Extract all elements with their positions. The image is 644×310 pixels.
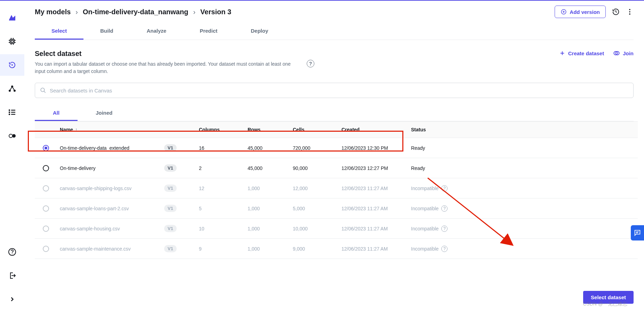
row-name: canvas-sample-housing.csv — [60, 226, 164, 231]
create-dataset-button[interactable]: Create dataset — [559, 50, 604, 56]
help-icon[interactable]: ? — [307, 60, 314, 67]
sub-tabs: All Joined — [35, 106, 634, 121]
row-columns: 5 — [199, 206, 248, 211]
row-created: 12/06/2023 12:27 PM — [341, 165, 411, 171]
svg-point-15 — [12, 254, 13, 254]
row-columns: 10 — [199, 226, 248, 231]
row-radio[interactable] — [43, 165, 49, 171]
row-status: Incompatible ? — [411, 226, 488, 232]
sidebar-item-list[interactable] — [0, 101, 24, 123]
chat-icon[interactable] — [631, 225, 644, 240]
version-badge: V1 — [164, 225, 177, 232]
row-radio — [43, 185, 49, 191]
row-radio — [43, 205, 49, 212]
version-badge: V1 — [164, 144, 177, 152]
status-help-icon[interactable]: ? — [441, 205, 448, 212]
status-help-icon[interactable]: ? — [441, 185, 448, 191]
status-help-icon[interactable]: ? — [441, 226, 448, 232]
table-row: canvas-sample-loans-part-2.csv V1 5 1,00… — [35, 198, 638, 219]
tab-build[interactable]: Build — [83, 24, 130, 40]
table-header: Name↑ Columns Rows Cells Created Status — [35, 121, 638, 138]
table-row: canvas-sample-maintenance.csv V1 9 1,000… — [35, 239, 638, 259]
row-columns: 12 — [199, 186, 248, 191]
row-created: 12/06/2023 11:27 AM — [341, 246, 411, 252]
row-cells: 10,000 — [293, 226, 341, 231]
row-name: canvas-sample-maintenance.csv — [60, 246, 164, 252]
table-row[interactable]: On-time-delivery V1 2 45,000 90,000 12/0… — [35, 158, 638, 178]
row-cells: 9,000 — [293, 246, 341, 252]
row-name: canvas-sample-loans-part-2.csv — [60, 206, 164, 211]
top-tabs: Select Build Analyze Predict Deploy — [35, 24, 634, 40]
row-columns: 16 — [199, 145, 248, 151]
row-rows: 45,000 — [248, 165, 293, 171]
more-icon[interactable] — [626, 8, 634, 16]
sidebar-item-toggle[interactable] — [0, 125, 24, 147]
col-status[interactable]: Status — [411, 127, 488, 132]
col-created[interactable]: Created — [341, 127, 411, 132]
search-box[interactable] — [35, 83, 634, 98]
join-label: Join — [623, 50, 634, 56]
svg-point-12 — [9, 134, 13, 138]
row-rows: 1,000 — [248, 186, 293, 191]
table-row[interactable]: On-time-delivery-data_extended V1 16 45,… — [35, 138, 638, 158]
col-cells[interactable]: Cells — [293, 127, 341, 132]
chevron-right-icon: › — [193, 8, 195, 16]
breadcrumb-root[interactable]: My models — [35, 8, 71, 16]
version-badge: V1 — [164, 164, 177, 172]
row-cells: 90,000 — [293, 165, 341, 171]
section-title: Select dataset — [35, 50, 314, 58]
sidebar-logo[interactable] — [0, 7, 24, 28]
row-rows: 1,000 — [248, 206, 293, 211]
svg-point-6 — [9, 110, 10, 111]
dataset-table[interactable]: Name↑ Columns Rows Cells Created Status … — [35, 121, 638, 310]
add-version-button[interactable]: Add version — [555, 6, 606, 18]
section-description: You can import a tabular dataset or choo… — [35, 60, 299, 75]
create-dataset-label: Create dataset — [568, 50, 604, 56]
version-badge: V1 — [164, 245, 177, 252]
history-icon[interactable] — [612, 8, 620, 16]
join-button[interactable]: Join — [613, 50, 634, 57]
row-columns: 2 — [199, 165, 248, 171]
sidebar-item-expand[interactable] — [0, 288, 24, 310]
row-status: Incompatible ? — [411, 246, 488, 252]
svg-point-2 — [11, 64, 13, 66]
add-version-label: Add version — [570, 9, 600, 15]
col-name[interactable]: Name↑ — [60, 127, 164, 132]
search-input[interactable] — [46, 88, 628, 93]
breadcrumb-project[interactable]: On-time-delivery-data_nanwang — [83, 8, 188, 16]
tab-select[interactable]: Select — [35, 24, 83, 40]
row-cells: 720,000 — [293, 145, 341, 151]
table-row: canvas-sample-housing.csv V1 10 1,000 10… — [35, 219, 638, 239]
col-rows[interactable]: Rows — [248, 127, 293, 132]
sidebar-item-refresh[interactable] — [0, 54, 24, 76]
sidebar-item-chip[interactable] — [0, 31, 24, 52]
version-badge: V1 — [164, 185, 177, 192]
row-name: On-time-delivery-data_extended — [60, 145, 164, 151]
row-status: Ready — [411, 165, 488, 171]
chevron-right-icon: › — [75, 8, 78, 16]
svg-point-13 — [12, 134, 16, 138]
row-radio[interactable] — [43, 145, 49, 151]
svg-point-18 — [629, 11, 630, 13]
sidebar-item-graph[interactable] — [0, 78, 24, 99]
sub-tab-all[interactable]: All — [35, 106, 78, 121]
tab-predict[interactable]: Predict — [183, 24, 234, 40]
row-cells: 12,000 — [293, 186, 341, 191]
svg-rect-1 — [11, 40, 13, 42]
sidebar-item-logout[interactable] — [0, 265, 24, 286]
row-status: Incompatible ? — [411, 185, 488, 191]
search-icon — [40, 87, 46, 93]
version-badge: V1 — [164, 205, 177, 212]
sub-tab-joined[interactable]: Joined — [78, 106, 130, 121]
status-help-icon[interactable]: ? — [441, 246, 448, 252]
breadcrumb: My models › On-time-delivery-data_nanwan… — [35, 8, 231, 16]
tab-analyze[interactable]: Analyze — [130, 24, 183, 40]
sidebar-item-help[interactable] — [0, 241, 24, 263]
svg-point-19 — [629, 14, 630, 15]
row-name: On-time-delivery — [60, 165, 164, 171]
svg-point-10 — [9, 114, 10, 115]
col-columns[interactable]: Columns — [199, 127, 248, 132]
breadcrumb-current: Version 3 — [200, 8, 231, 16]
row-name: canvas-sample-shipping-logs.csv — [60, 186, 164, 191]
tab-deploy[interactable]: Deploy — [234, 24, 285, 40]
